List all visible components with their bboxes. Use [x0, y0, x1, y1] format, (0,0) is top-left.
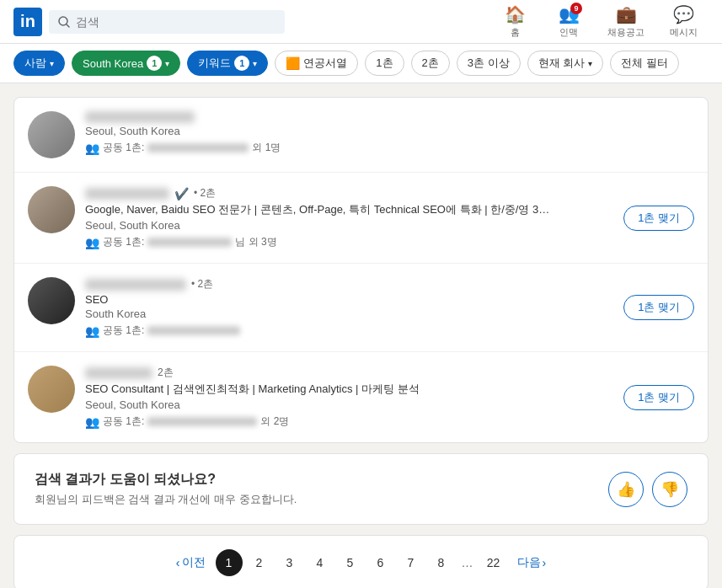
result-item-1: ✔️ • 2촌 Google, Naver, Baidu SEO 전문가 | 콘…: [14, 173, 708, 264]
page-btn-1[interactable]: 1: [216, 549, 243, 576]
page-btn-8[interactable]: 8: [428, 549, 455, 576]
messages-icon: 💬: [673, 4, 694, 24]
filter-degree1[interactable]: 1촌: [365, 51, 404, 76]
mutual-icon-0: 👥: [85, 142, 99, 155]
page-btn-3[interactable]: 3: [276, 549, 303, 576]
mutual-blur-0: [147, 143, 249, 152]
filter-kw-chevron: ▾: [253, 59, 257, 68]
name-blur-2: [85, 279, 186, 291]
nav-item-jobs[interactable]: 💼 채용공고: [597, 1, 655, 42]
result-item-2: • 2촌 SEO South Korea 👥 공동 1촌: 1촌 맺기: [14, 264, 708, 352]
search-bar[interactable]: [49, 10, 285, 34]
result-info-1: ✔️ • 2촌 Google, Naver, Baidu SEO 전문가 | 콘…: [85, 186, 694, 249]
name-line-0: [85, 111, 694, 123]
avatar-img-1: [28, 186, 75, 233]
page-btn-6[interactable]: 6: [367, 549, 394, 576]
next-label: 다음: [517, 555, 541, 570]
name-line-3: 2촌: [85, 366, 694, 380]
filter-people[interactable]: 사람 ▾: [13, 51, 65, 76]
feedback-card: 검색 결과가 도움이 되셨나요? 회원님의 피드백은 검색 결과 개선에 매우 …: [13, 453, 709, 525]
name-blur-3: [85, 367, 152, 379]
filter-company-chevron: ▾: [588, 59, 592, 68]
filter-degree2[interactable]: 2촌: [411, 51, 450, 76]
main-content: Seoul, South Korea 👥 공동 1촌: 외 1명 ✔️ • 2촌: [0, 83, 722, 588]
page-btn-4[interactable]: 4: [307, 549, 334, 576]
thumbs-down-icon: 👎: [660, 480, 679, 499]
prev-label: 이전: [182, 555, 206, 570]
page-btn-22[interactable]: 22: [480, 549, 507, 576]
mutual-extra-1: 님 외 3명: [235, 235, 276, 249]
location-3: Seoul, South Korea: [85, 398, 694, 411]
connect-btn-2[interactable]: 1촌 맺기: [623, 295, 694, 320]
search-input[interactable]: [76, 15, 276, 29]
feedback-buttons: 👍 👎: [608, 472, 687, 507]
mutual-label-1: 공동 1촌:: [103, 235, 144, 249]
nav-label-network: 인맥: [559, 26, 578, 39]
yeongseo-icon: 🟧: [286, 56, 300, 70]
mutual-blur-1: [147, 238, 232, 247]
search-icon: [57, 15, 71, 29]
avatar-img-0: [28, 111, 75, 158]
avatar-3: [28, 366, 75, 413]
headline-1: Google, Naver, Baidu SEO 전문가 | 콘텐츠, Off-…: [85, 202, 557, 217]
mutual-icon-2: 👥: [85, 324, 99, 338]
filter-keyword[interactable]: 키워드 1 ▾: [187, 51, 268, 76]
result-info-0: Seoul, South Korea 👥 공동 1촌: 외 1명: [85, 111, 694, 155]
filter-yeongseo[interactable]: 🟧 연공서열: [275, 51, 358, 76]
connect-btn-1[interactable]: 1촌 맺기: [623, 206, 694, 231]
mutual-1: 👥 공동 1촌: 님 외 3명: [85, 235, 694, 249]
next-btn[interactable]: 다음 ›: [511, 552, 554, 574]
result-info-2: • 2촌 SEO South Korea 👥 공동 1촌:: [85, 277, 694, 338]
header: in 🏠 홈 👥 9 인맥 💼 채용공고 💬 메시지: [0, 0, 722, 44]
page-btn-2[interactable]: 2: [246, 549, 273, 576]
filter-all-label: 전체 필터: [621, 56, 668, 71]
feedback-subtitle: 회원님의 피드백은 검색 결과 개선에 매우 중요합니다.: [35, 492, 297, 507]
nav-item-messages[interactable]: 💬 메시지: [658, 1, 709, 42]
degree-3: 2촌: [158, 366, 174, 380]
connect-btn-3[interactable]: 1촌 맺기: [623, 385, 694, 410]
nav-item-home[interactable]: 🏠 홈: [489, 1, 540, 42]
svg-line-1: [67, 24, 69, 27]
filter-degree3plus[interactable]: 3촌 이상: [457, 51, 521, 76]
avatar-1: [28, 186, 75, 233]
filter-bar: 사람 ▾ South Korea 1 ▾ 키워드 1 ▾ 🟧 연공서열 1촌 2…: [0, 44, 722, 83]
filter-south-korea[interactable]: South Korea 1 ▾: [72, 51, 180, 76]
thumbs-down-btn[interactable]: 👎: [652, 472, 687, 507]
avatar-2: [28, 277, 75, 324]
page-btn-5[interactable]: 5: [337, 549, 364, 576]
avatar-img-3: [28, 366, 75, 413]
thumbs-up-btn[interactable]: 👍: [608, 472, 644, 507]
mutual-2: 👥 공동 1촌:: [85, 323, 694, 338]
filter-all[interactable]: 전체 필터: [610, 51, 679, 76]
mutual-label-2: 공동 1촌:: [103, 323, 144, 338]
results-card: Seoul, South Korea 👥 공동 1촌: 외 1명 ✔️ • 2촌: [13, 97, 709, 443]
nav-item-network[interactable]: 👥 9 인맥: [543, 1, 594, 42]
result-item-0: Seoul, South Korea 👥 공동 1촌: 외 1명: [14, 98, 708, 173]
filter-kw-badge: 1: [234, 56, 249, 71]
nav-label-jobs: 채용공고: [607, 26, 644, 39]
mutual-blur-2: [147, 326, 240, 335]
mutual-label-0: 공동 1촌:: [103, 141, 144, 155]
nav-label-home: 홈: [511, 26, 520, 39]
filter-sk-badge: 1: [147, 56, 162, 71]
location-2: South Korea: [85, 307, 694, 320]
prev-chevron: ‹: [176, 556, 180, 569]
mutual-3: 👥 공동 1촌: 외 2명: [85, 414, 694, 429]
mutual-0: 👥 공동 1촌: 외 1명: [85, 141, 694, 155]
degree-2: • 2촌: [191, 277, 213, 291]
linkedin-logo[interactable]: in: [13, 8, 42, 36]
prev-btn[interactable]: ‹ 이전: [169, 552, 212, 574]
mutual-extra-0: 외 1명: [252, 141, 281, 155]
pagination-card: ‹ 이전 1 2 3 4 5 6 7 8 … 22 다음 ›: [13, 535, 709, 588]
home-icon: 🏠: [505, 4, 526, 24]
mutual-icon-1: 👥: [85, 236, 99, 249]
filter-degree3-label: 3촌 이상: [468, 56, 510, 69]
page-btn-7[interactable]: 7: [398, 549, 425, 576]
filter-people-chevron: ▾: [50, 59, 54, 68]
filter-current-company[interactable]: 현재 회사 ▾: [527, 51, 604, 76]
jobs-icon: 💼: [616, 4, 637, 24]
location-1: Seoul, South Korea: [85, 219, 694, 232]
filter-sk-chevron: ▾: [165, 59, 169, 68]
filter-company-label: 현재 회사: [538, 56, 586, 71]
name-line-1: ✔️ • 2촌: [85, 186, 694, 200]
